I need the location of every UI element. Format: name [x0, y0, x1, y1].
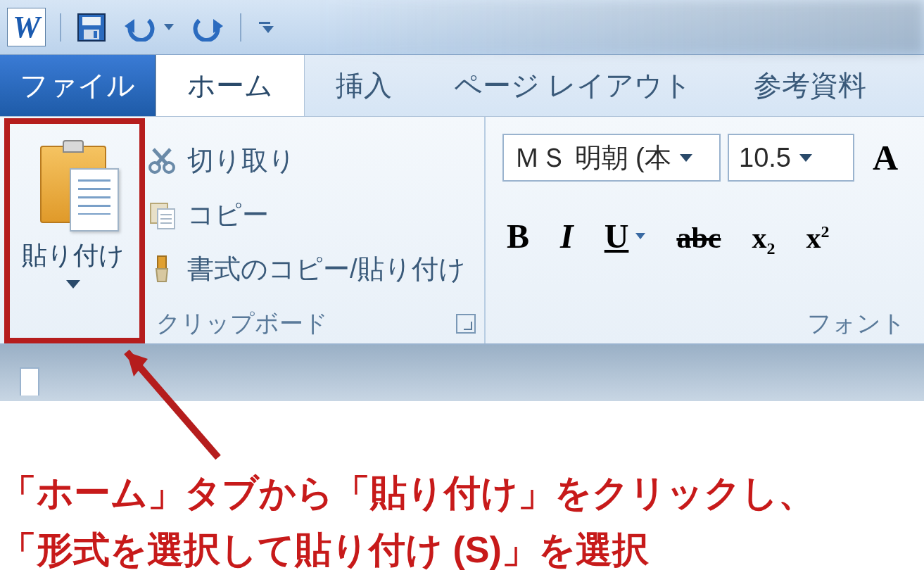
svg-rect-1	[82, 17, 101, 25]
copy-button[interactable]: コピー	[146, 197, 484, 233]
cut-button[interactable]: 切り取り	[146, 143, 484, 179]
font-size-value: 10.5	[739, 143, 791, 173]
qat-separator	[60, 13, 61, 42]
paste-icon	[27, 140, 119, 232]
tab-insert[interactable]: 挿入	[305, 55, 423, 116]
copy-icon	[146, 199, 177, 230]
ribbon: 貼り付け 切り取り	[0, 117, 924, 345]
cut-label: 切り取り	[187, 143, 296, 179]
tab-file[interactable]: ファイル	[0, 55, 156, 116]
paintbrush-icon	[146, 253, 177, 284]
ribbon-tabs: ファイル ホーム 挿入 ページ レイアウト 参考資料	[0, 55, 924, 117]
clipboard-group: 貼り付け 切り取り	[0, 117, 486, 343]
grow-font-button[interactable]: A	[873, 137, 898, 178]
italic-button[interactable]: I	[560, 217, 574, 255]
svg-rect-3	[94, 31, 97, 38]
tab-page-layout[interactable]: ページ レイアウト	[423, 55, 723, 116]
clipboard-group-label: クリップボード	[156, 308, 328, 340]
svg-rect-13	[158, 256, 166, 269]
font-group: ＭＳ 明朝 (本 10.5 A B I U abc x2 x2	[486, 117, 924, 343]
paste-button[interactable]: 貼り付け	[0, 117, 141, 304]
word-app-icon[interactable]: W	[7, 8, 46, 46]
redo-button[interactable]	[188, 13, 226, 42]
qat-separator-2	[240, 13, 241, 42]
undo-button[interactable]	[122, 13, 174, 42]
superscript-button[interactable]: x2	[806, 221, 829, 255]
underline-button[interactable]: U	[605, 217, 646, 255]
subscript-button[interactable]: x2	[752, 221, 775, 258]
font-group-label: フォント	[807, 308, 906, 340]
annotation-text: 「ホーム」タブから「貼り付け」をクリックし、 「形式を選択して貼り付け (S)」…	[0, 464, 815, 578]
customize-qat-button[interactable]	[255, 22, 274, 33]
chevron-down-icon	[635, 233, 645, 239]
clipboard-group-label-row: クリップボード	[0, 304, 484, 343]
word-letter: W	[13, 9, 40, 45]
page-corner	[20, 367, 39, 396]
tab-references[interactable]: 参考資料	[723, 55, 897, 116]
format-painter-button[interactable]: 書式のコピー/貼り付け	[146, 251, 484, 287]
font-name-value: ＭＳ 明朝 (本	[514, 140, 671, 176]
paste-label: 貼り付け	[22, 239, 125, 273]
bold-button[interactable]: B	[507, 217, 529, 255]
title-blur	[317, 0, 924, 54]
font-size-combo[interactable]: 10.5	[728, 134, 854, 182]
tab-home[interactable]: ホーム	[156, 55, 305, 116]
save-button[interactable]	[75, 11, 108, 44]
paste-dropdown-icon[interactable]	[66, 280, 80, 289]
copy-label: コピー	[187, 197, 269, 233]
strikethrough-button[interactable]: abc	[676, 221, 721, 255]
title-bar: W	[0, 0, 924, 55]
underline-label: U	[605, 217, 629, 255]
font-name-combo[interactable]: ＭＳ 明朝 (本	[502, 134, 721, 182]
format-painter-label: 書式のコピー/貼り付け	[187, 251, 466, 287]
scissors-icon	[146, 145, 177, 176]
chevron-down-icon	[799, 154, 812, 162]
chevron-down-icon	[680, 154, 692, 162]
undo-dropdown-icon[interactable]	[164, 24, 174, 30]
document-area	[0, 345, 924, 401]
clipboard-dialog-launcher[interactable]	[456, 314, 476, 334]
